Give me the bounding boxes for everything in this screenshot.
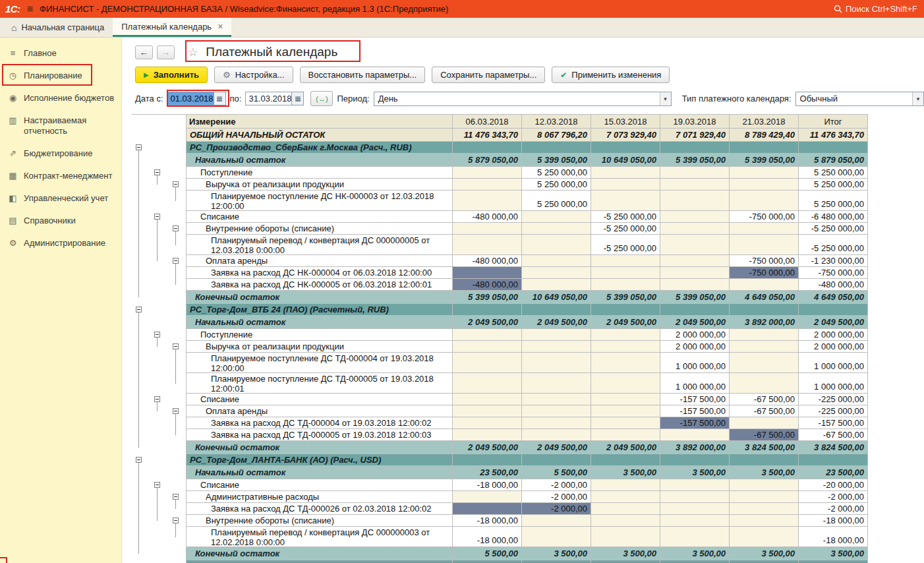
value-cell[interactable] (522, 304, 591, 316)
value-cell[interactable] (453, 394, 522, 405)
value-cell[interactable]: -18 000,00 (453, 515, 522, 527)
value-cell[interactable] (591, 353, 660, 373)
value-cell[interactable] (591, 503, 660, 515)
value-cell[interactable]: -5 250 000,00 (591, 211, 660, 223)
calendar-icon[interactable]: ▦ (214, 92, 225, 105)
row-label[interactable]: Начальный остаток (186, 154, 453, 167)
value-cell[interactable]: 1 000 000,00 (660, 353, 730, 373)
value-cell[interactable]: 2 049 500,00 (453, 441, 522, 454)
value-cell[interactable] (453, 267, 522, 279)
value-cell[interactable]: -5 250 000,00 (591, 223, 660, 235)
value-cell[interactable] (522, 394, 591, 405)
value-cell[interactable]: 2 049 500,00 (591, 441, 660, 454)
column-header[interactable]: Измерение (186, 114, 453, 129)
column-header[interactable]: 21.03.2018 (730, 114, 799, 129)
sidebar-item[interactable]: ▦Контракт-менеджмент (0, 165, 121, 187)
value-cell[interactable]: 2 000 000,00 (799, 329, 868, 341)
value-cell[interactable]: -67 500,00 (730, 405, 799, 417)
row-label[interactable]: Заявка на расход ДС ТД-000005 от 19.03.2… (186, 429, 453, 441)
value-cell[interactable]: -480 000,00 (453, 279, 522, 291)
chevron-down-icon[interactable]: ▾ (912, 92, 923, 105)
tree-collapse-button[interactable] (173, 181, 179, 187)
value-cell[interactable]: -2 000,00 (522, 479, 591, 491)
value-cell[interactable] (522, 454, 591, 466)
value-cell[interactable] (522, 429, 591, 441)
tree-collapse-button[interactable] (173, 225, 179, 231)
value-cell[interactable] (522, 235, 591, 255)
date-from-input[interactable]: 01.03.2018 ▦ (167, 92, 226, 105)
row-label[interactable]: Планируемое поступление ДС ТД-000005 от … (186, 373, 453, 394)
value-cell[interactable] (730, 373, 799, 394)
value-cell[interactable]: -480 000,00 (453, 211, 522, 223)
favorite-star-icon[interactable]: ☆ (188, 45, 198, 59)
value-cell[interactable] (591, 429, 660, 441)
value-cell[interactable] (730, 353, 799, 373)
value-cell[interactable] (522, 405, 591, 417)
value-cell[interactable]: -2 000,00 (799, 491, 868, 503)
tree-collapse-button[interactable] (173, 494, 179, 500)
tree-collapse-button[interactable] (136, 457, 142, 463)
value-cell[interactable]: 3 500,00 (591, 466, 660, 479)
value-cell[interactable]: -750 000,00 (730, 255, 799, 267)
row-label[interactable]: Списание (186, 394, 453, 405)
row-label[interactable]: Выручка от реализации продукции (186, 341, 453, 353)
value-cell[interactable] (591, 515, 660, 527)
value-cell[interactable]: 8 067 796,20 (522, 129, 591, 142)
value-cell[interactable] (591, 560, 660, 563)
value-cell[interactable]: -6 480 000,00 (799, 211, 868, 223)
value-cell[interactable]: 5 399 050,00 (591, 291, 660, 304)
row-label[interactable]: Заявка на расход ДС ТД-000026 от 02.03.2… (186, 503, 453, 515)
value-cell[interactable]: -157 500,00 (660, 417, 730, 429)
calendar-icon[interactable]: ▦ (291, 92, 303, 105)
toolbar-button[interactable]: Сохранить параметры... (432, 67, 545, 83)
value-cell[interactable]: -157 500,00 (799, 417, 868, 429)
value-cell[interactable]: -1 230 000,00 (799, 255, 868, 267)
value-cell[interactable] (522, 329, 591, 341)
column-header[interactable]: 12.03.2018 (522, 114, 591, 129)
sidebar-item[interactable]: ◉Исполнение бюджетов (0, 87, 121, 109)
value-cell[interactable]: 5 879 050,00 (799, 154, 868, 167)
value-cell[interactable]: 3 500,00 (730, 466, 799, 479)
value-cell[interactable] (730, 167, 799, 179)
value-cell[interactable] (522, 560, 591, 563)
value-cell[interactable]: -5 250 000,00 (799, 223, 868, 235)
value-cell[interactable]: 2 049 500,00 (660, 316, 730, 329)
toolbar-button[interactable]: ▶Заполнить (135, 67, 208, 83)
value-cell[interactable]: 2 000 000,00 (799, 341, 868, 353)
value-cell[interactable]: 1 000 000,00 (799, 353, 868, 373)
value-cell[interactable]: 5 500,00 (522, 466, 591, 479)
value-cell[interactable] (730, 279, 799, 291)
tree-collapse-button[interactable] (173, 343, 179, 349)
value-cell[interactable]: -480 000,00 (453, 255, 522, 267)
value-cell[interactable] (453, 329, 522, 341)
value-cell[interactable] (453, 179, 522, 191)
value-cell[interactable] (660, 255, 730, 267)
main-menu-icon[interactable]: ≡ (27, 4, 33, 15)
value-cell[interactable]: -5 250 000,00 (591, 235, 660, 255)
value-cell[interactable] (591, 394, 660, 405)
value-cell[interactable]: -20 000,00 (799, 479, 868, 491)
value-cell[interactable]: 3 824 500,00 (730, 441, 799, 454)
row-label[interactable]: Заявка на расход ДС НК-000005 от 06.03.2… (186, 279, 453, 291)
row-label[interactable]: ОБЩИЙ НАЧАЛЬНЫЙ ОСТАТОК (186, 129, 453, 142)
value-cell[interactable]: -18 000,00 (453, 479, 522, 491)
value-cell[interactable] (591, 417, 660, 429)
value-cell[interactable] (730, 527, 799, 547)
period-select[interactable]: День ▾ (374, 92, 672, 106)
value-cell[interactable]: -67 500,00 (730, 429, 799, 441)
toolbar-button[interactable]: ✔Применить изменения (552, 67, 670, 83)
date-to-input[interactable]: 31.03.2018 ▦ (245, 92, 304, 105)
value-cell[interactable] (591, 405, 660, 417)
value-cell[interactable]: 2 000 000,00 (660, 329, 730, 341)
sidebar-item[interactable]: ▥Настраиваемая отчетность (0, 109, 121, 142)
tab-payment-calendar[interactable]: Платежный календарь× (113, 18, 231, 37)
row-label[interactable]: Заявка на расход ДС ТД-000004 от 19.03.2… (186, 417, 453, 429)
value-cell[interactable]: 5 250 000,00 (799, 179, 868, 191)
toolbar-button[interactable]: Восстановить параметры... (300, 67, 426, 83)
row-label[interactable]: Конечный остаток (186, 547, 453, 560)
value-cell[interactable] (799, 560, 868, 563)
row-label[interactable]: РС_Торг-Дом_ЛАНТА-БАНК (АО) (Расч., USD) (186, 454, 453, 466)
value-cell[interactable]: 3 892 000,00 (660, 441, 730, 454)
value-cell[interactable] (730, 142, 799, 154)
value-cell[interactable] (453, 454, 522, 466)
